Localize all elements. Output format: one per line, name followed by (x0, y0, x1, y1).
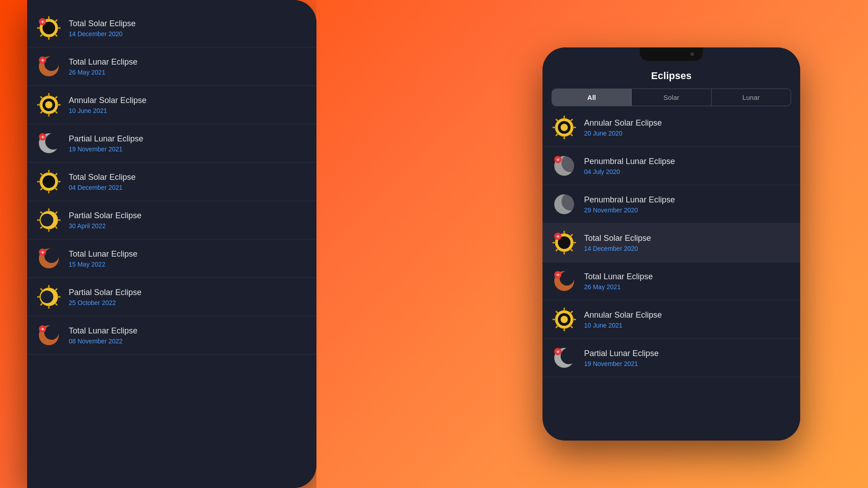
svg-text:👁: 👁 (41, 250, 45, 255)
eclipse-name: Total Lunar Eclipse (584, 272, 791, 282)
eclipse-date: 25 October 2022 (69, 299, 307, 306)
eclipse-icon-total-lunar: 👁 (36, 323, 61, 348)
eclipse-name: Annular Solar Eclipse (584, 118, 791, 128)
list-item[interactable]: Total Solar Eclipse 04 December 2021 (27, 163, 316, 201)
eclipse-text: Partial Lunar Eclipse 19 November 2021 (69, 134, 307, 153)
eclipse-name: Total Solar Eclipse (69, 19, 307, 29)
tab-solar[interactable]: Solar (632, 89, 711, 106)
svg-point-64 (41, 291, 53, 303)
eclipse-text: Penumbral Lunar Eclipse 04 July 2020 (584, 156, 791, 175)
tab-all[interactable]: All (552, 89, 632, 106)
svg-line-59 (41, 303, 42, 305)
eclipse-icon-penumbral-lunar (552, 192, 577, 217)
eclipse-text: Total Solar Eclipse 14 December 2020 (69, 19, 307, 38)
list-item[interactable]: Partial Solar Eclipse 25 October 2022 (27, 278, 316, 316)
svg-line-71 (571, 134, 572, 136)
svg-line-2 (55, 34, 57, 36)
eclipse-icon-annular-solar (552, 115, 577, 140)
list-item[interactable]: 👁 Total Lunar Eclipse 26 May 2021 (542, 262, 800, 300)
eclipse-text: Total Solar Eclipse 14 December 2020 (584, 233, 791, 252)
svg-line-63 (55, 289, 57, 291)
svg-line-35 (41, 188, 42, 190)
svg-line-75 (556, 119, 558, 121)
svg-text:👁: 👁 (41, 135, 45, 140)
svg-point-79 (561, 124, 568, 131)
eclipse-date: 15 May 2022 (69, 261, 307, 268)
svg-line-37 (41, 174, 42, 175)
list-item[interactable]: Annular Solar Eclipse 10 June 2021 (27, 86, 316, 124)
eclipse-text: Partial Solar Eclipse 30 April 2022 (69, 211, 307, 230)
svg-line-61 (41, 289, 42, 291)
svg-point-112 (561, 316, 568, 323)
eclipse-name: Total Lunar Eclipse (69, 326, 307, 336)
svg-point-52 (44, 249, 59, 263)
svg-line-104 (571, 326, 572, 328)
svg-line-24 (55, 97, 57, 99)
eclipse-icon-total-lunar: 👁 (552, 268, 577, 294)
svg-line-110 (571, 311, 572, 313)
eclipse-icon-total-lunar: 👁 (36, 246, 61, 271)
eclipse-date: 29 November 2020 (584, 206, 791, 214)
svg-line-18 (55, 111, 57, 113)
list-item[interactable]: 👁 Partial Lunar Eclipse 19 November 2021 (542, 339, 800, 377)
svg-point-40 (42, 175, 55, 188)
eclipse-text: Annular Solar Eclipse 10 June 2021 (584, 310, 791, 329)
eclipse-date: 19 November 2021 (584, 360, 791, 367)
list-item[interactable]: 👁 Penumbral Lunar Eclipse 04 July 2020 (542, 147, 800, 185)
eclipse-name: Partial Solar Eclipse (69, 287, 307, 298)
right-phone-screen: Eclipses All Solar Lunar Annular Solar E… (542, 47, 800, 441)
eclipse-text: Partial Solar Eclipse 25 October 2022 (69, 287, 307, 306)
svg-line-73 (556, 134, 558, 136)
list-item[interactable]: 👁 Total Solar Eclipse 14 December 2020 (542, 224, 800, 262)
eclipse-name: Annular Solar Eclipse (584, 310, 791, 320)
eclipse-icon-total-lunar: 👁 (36, 54, 61, 79)
svg-line-49 (55, 212, 57, 214)
eclipse-text: Total Lunar Eclipse 26 May 2021 (584, 272, 791, 291)
tab-lunar[interactable]: Lunar (712, 89, 791, 106)
svg-point-26 (45, 101, 52, 108)
eclipse-date: 14 December 2020 (584, 245, 791, 252)
eclipse-icon-partial-lunar: 👁 (552, 345, 577, 371)
eclipse-date: 04 July 2020 (584, 168, 791, 175)
eclipse-icon-penumbral-lunar: 👁 (552, 153, 577, 178)
svg-text:👁: 👁 (556, 350, 560, 354)
eclipse-text: Total Solar Eclipse 04 December 2021 (69, 172, 307, 191)
list-item[interactable]: 👁 Total Lunar Eclipse 15 May 2022 (27, 239, 316, 278)
eclipse-date: 08 November 2022 (69, 338, 307, 345)
svg-text:👁: 👁 (41, 20, 45, 24)
svg-point-66 (44, 325, 59, 340)
list-item[interactable]: 👁 Total Lunar Eclipse 08 November 2022 (27, 316, 316, 355)
list-item[interactable]: 👁 Total Lunar Eclipse 26 May 2021 (27, 47, 316, 86)
svg-text:👁: 👁 (41, 327, 45, 332)
screen-title: Eclipses (552, 70, 791, 82)
eclipse-text: Total Lunar Eclipse 26 May 2021 (69, 57, 307, 76)
list-item[interactable]: Penumbral Lunar Eclipse 29 November 2020 (542, 185, 800, 224)
list-item[interactable]: Partial Solar Eclipse 30 April 2022 (27, 201, 316, 239)
eclipse-date: 26 May 2021 (69, 69, 307, 76)
svg-text:👁: 👁 (556, 235, 560, 239)
eclipse-date: 30 April 2022 (69, 222, 307, 230)
eclipse-icon-annular-solar (552, 307, 577, 332)
eclipse-name: Annular Solar Eclipse (69, 95, 307, 106)
eclipse-name: Partial Lunar Eclipse (69, 134, 307, 144)
eclipse-text: Total Lunar Eclipse 08 November 2022 (69, 326, 307, 345)
list-item[interactable]: 👁 Total Solar Eclipse 14 December 2020 (27, 9, 316, 47)
svg-line-20 (41, 111, 42, 113)
svg-line-4 (41, 34, 42, 36)
svg-line-22 (41, 97, 42, 99)
right-phone: Eclipses All Solar Lunar Annular Solar E… (542, 47, 800, 441)
list-item[interactable]: Annular Solar Eclipse 20 June 2020 (542, 108, 800, 147)
svg-line-77 (571, 119, 572, 121)
eclipse-text: Annular Solar Eclipse 10 June 2021 (69, 95, 307, 114)
right-eclipse-list: Annular Solar Eclipse 20 June 2020 👁 Pen… (542, 108, 800, 377)
eclipse-name: Total Lunar Eclipse (69, 249, 307, 259)
svg-line-8 (55, 20, 57, 22)
eclipse-icon-total-solar: 👁 (552, 230, 577, 255)
svg-line-39 (55, 174, 57, 175)
eclipse-text: Partial Lunar Eclipse 19 November 2021 (584, 348, 791, 367)
list-item[interactable]: 👁 Partial Lunar Eclipse 19 November 2021 (27, 124, 316, 163)
filter-tabs: All Solar Lunar (552, 89, 791, 106)
eclipse-icon-total-solar (36, 169, 61, 194)
svg-line-106 (556, 326, 558, 328)
list-item[interactable]: Annular Solar Eclipse 10 June 2021 (542, 300, 800, 339)
